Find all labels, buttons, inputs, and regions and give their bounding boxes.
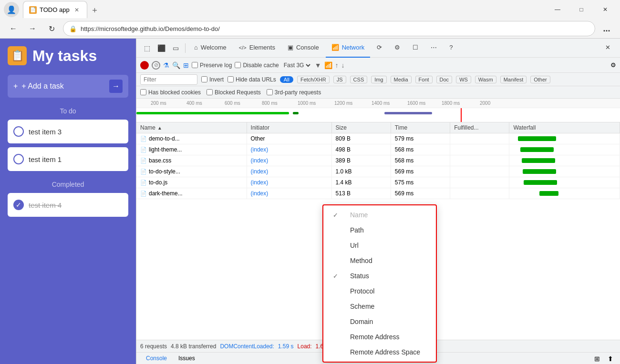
blocked-cookies-label[interactable]: Has blocked cookies <box>140 89 201 96</box>
refresh-button[interactable]: ↻ <box>44 21 59 36</box>
preserve-log-label[interactable]: Preserve log <box>192 62 232 69</box>
context-menu-item-path[interactable]: Path <box>323 222 436 238</box>
profile-icon[interactable]: 👤 <box>4 2 19 17</box>
new-tab-button[interactable]: + <box>87 3 103 18</box>
context-menu-item-name[interactable]: ✓ Name <box>323 207 436 222</box>
context-menu-item-status[interactable]: ✓ Status <box>323 268 436 283</box>
tab-more[interactable]: ⋯ <box>425 39 443 58</box>
expand-icon[interactable]: ⬆ <box>605 353 616 364</box>
table-row[interactable]: 📄 to-do-style... (index) 1.0 kB 569 ms <box>136 166 620 177</box>
device-toolbar-button[interactable]: ⬛ <box>155 41 168 55</box>
clear-button[interactable]: ⊘ <box>152 61 160 70</box>
bottom-tab-console[interactable]: Console <box>140 353 173 364</box>
context-menu-item-protocol[interactable]: Protocol <box>323 283 436 299</box>
filter-manifest[interactable]: Manifest <box>500 76 527 83</box>
table-row[interactable]: 📄 to-do.js (index) 1.4 kB 575 ms <box>136 177 620 188</box>
browser-more-button[interactable]: ... <box>599 21 614 36</box>
tab-console[interactable]: ▣ Console <box>282 39 325 58</box>
filter-ws[interactable]: WS <box>456 76 471 83</box>
table-row[interactable]: 📄 light-theme... (index) 498 B 568 ms <box>136 144 620 155</box>
filter-input[interactable] <box>140 74 197 85</box>
header-initiator[interactable]: Initiator <box>247 122 332 133</box>
filter-media[interactable]: Media <box>391 76 412 83</box>
minimize-button[interactable]: — <box>547 2 568 17</box>
filter-icon[interactable]: ⚗ <box>163 61 169 69</box>
header-time[interactable]: Time <box>391 122 450 133</box>
cell-initiator[interactable]: (index) <box>247 155 332 166</box>
third-party-label[interactable]: 3rd-party requests <box>267 89 321 96</box>
tab-help[interactable]: ? <box>444 39 458 58</box>
filter-fetch-xhr[interactable]: Fetch/XHR <box>297 76 330 83</box>
third-party-checkbox[interactable] <box>267 89 273 95</box>
throttle-wifi-icon[interactable]: 📶 <box>324 61 332 69</box>
invert-checkbox[interactable] <box>201 76 207 82</box>
inspect-element-button[interactable]: ⬚ <box>140 41 154 55</box>
task-item-1[interactable]: test item 3 <box>8 120 128 143</box>
header-size[interactable]: Size <box>332 122 391 133</box>
invert-label[interactable]: Invert <box>201 76 224 83</box>
filter-doc[interactable]: Doc <box>436 76 453 83</box>
cell-initiator[interactable]: (index) <box>247 177 332 188</box>
download-icon[interactable]: ↓ <box>341 61 345 69</box>
devtools-close-button[interactable]: ✕ <box>599 39 616 58</box>
tab-network[interactable]: 📶 Network <box>326 39 371 58</box>
upload-icon[interactable]: ↑ <box>335 61 339 69</box>
context-menu-item-url[interactable]: Url <box>323 238 436 253</box>
forward-button[interactable]: → <box>25 21 40 36</box>
tab-elements[interactable]: </> Elements <box>233 39 281 58</box>
context-menu-item-scheme[interactable]: Scheme <box>323 299 436 314</box>
completed-item-1[interactable]: ✓ test item 4 <box>8 193 128 217</box>
blocked-requests-label[interactable]: Blocked Requests <box>207 89 261 96</box>
context-menu-item-domain[interactable]: Domain <box>323 314 436 329</box>
tab-device[interactable]: ☐ <box>407 39 424 58</box>
filter-wasm[interactable]: Wasm <box>475 76 496 83</box>
filter-css[interactable]: CSS <box>350 76 368 83</box>
disable-cache-label[interactable]: Disable cache <box>235 62 279 69</box>
filter-font[interactable]: Font <box>415 76 433 83</box>
context-menu-item-remote-address[interactable]: Remote Address <box>323 329 436 344</box>
disable-cache-checkbox[interactable] <box>235 62 241 68</box>
cell-initiator[interactable]: (index) <box>247 144 332 155</box>
split-view-icon[interactable]: ⊞ <box>591 353 603 364</box>
throttle-down-icon[interactable]: ▼ <box>315 61 321 69</box>
timeline-green-bar-2 <box>293 112 299 114</box>
filter-img[interactable]: Img <box>371 76 386 83</box>
tab-performance[interactable]: ⟳ <box>371 39 388 58</box>
close-button[interactable]: ✕ <box>594 2 616 17</box>
filter-other[interactable]: Other <box>530 76 550 83</box>
task-item-2[interactable]: test item 1 <box>8 147 128 171</box>
url-bar[interactable]: 🔒 https://microsoftedge.github.io/Demos/… <box>63 21 595 36</box>
filter-js[interactable]: JS <box>333 76 346 83</box>
cell-initiator[interactable]: (index) <box>247 166 332 177</box>
preserve-log-checkbox[interactable] <box>192 62 198 68</box>
all-filter-pill[interactable]: All <box>280 76 293 83</box>
maximize-button[interactable]: □ <box>570 2 592 17</box>
sidebar-icon-button[interactable]: ▭ <box>169 41 182 55</box>
tab-welcome[interactable]: ⌂ Welcome <box>188 39 232 58</box>
throttle-select[interactable]: Fast 3G <box>282 61 312 69</box>
net-settings-icon[interactable]: ⊞ <box>183 61 189 69</box>
tab-settings[interactable]: ⚙ <box>389 39 406 58</box>
blocked-cookies-checkbox[interactable] <box>140 89 146 95</box>
record-button[interactable] <box>140 61 149 70</box>
header-waterfall[interactable]: Waterfall <box>509 122 620 133</box>
cell-waterfall <box>509 166 620 177</box>
context-menu-item-method[interactable]: Method <box>323 253 436 268</box>
table-row[interactable]: 📄 dark-theme... (index) 513 B 569 ms <box>136 188 620 199</box>
table-row[interactable]: 📄 demo-to-d... Other 809 B 579 ms <box>136 133 620 144</box>
active-tab[interactable]: 📄 TODO app ✕ <box>23 1 87 18</box>
net-gear-icon[interactable]: ⚙ <box>610 61 616 69</box>
blocked-requests-checkbox[interactable] <box>207 89 213 95</box>
header-name[interactable]: Name ▲ <box>136 122 247 133</box>
search-icon[interactable]: 🔍 <box>172 61 180 69</box>
table-row[interactable]: 📄 base.css (index) 389 B 568 ms <box>136 155 620 166</box>
context-menu-item-remote-address-space[interactable]: Remote Address Space <box>323 344 436 360</box>
back-button[interactable]: ← <box>6 21 21 36</box>
header-fulfilled[interactable]: Fulfilled... <box>450 122 509 133</box>
hide-data-urls-checkbox[interactable] <box>227 76 234 82</box>
hide-data-urls-label[interactable]: Hide data URLs <box>227 76 276 83</box>
cell-initiator[interactable]: (index) <box>247 188 332 199</box>
tab-close-button[interactable]: ✕ <box>72 6 81 14</box>
add-task-button[interactable]: + + Add a task → <box>8 75 128 98</box>
bottom-tab-issues[interactable]: Issues <box>173 353 201 364</box>
